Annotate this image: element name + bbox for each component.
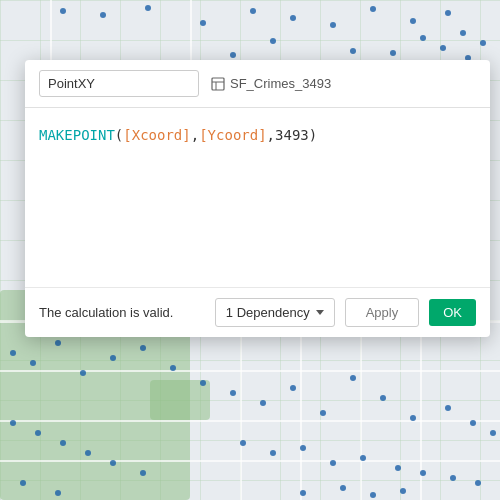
map-dot [55, 490, 61, 496]
apply-button[interactable]: Apply [345, 298, 420, 327]
map-dot [395, 465, 401, 471]
map-dot [230, 52, 236, 58]
map-dot [400, 488, 406, 494]
dialog-header: SF_Crimes_3493 [25, 60, 490, 108]
map-dot [60, 440, 66, 446]
map-dot [390, 50, 396, 56]
map-dot [460, 30, 466, 36]
map-dot [330, 22, 336, 28]
map-dot [330, 460, 336, 466]
map-dot [30, 360, 36, 366]
map-dot [200, 380, 206, 386]
map-dot [440, 45, 446, 51]
map-dot [370, 6, 376, 12]
map-dot [270, 450, 276, 456]
map-dot [450, 475, 456, 481]
map-dot [260, 400, 266, 406]
map-dot [410, 415, 416, 421]
map-dot [420, 470, 426, 476]
map-dot [380, 395, 386, 401]
map-dot [80, 370, 86, 376]
map-dot [20, 480, 26, 486]
map-dot [490, 430, 496, 436]
map-dot [445, 10, 451, 16]
map-dot [340, 485, 346, 491]
map-dot [470, 420, 476, 426]
map-dot [170, 365, 176, 371]
calculation-dialog: SF_Crimes_3493 MAKEPOINT([Xcoord],[Ycoor… [25, 60, 490, 337]
ok-button[interactable]: OK [429, 299, 476, 326]
map-dot [480, 40, 486, 46]
map-dot [240, 440, 246, 446]
map-dot [145, 5, 151, 11]
formula-paren-close: ) [309, 127, 317, 143]
dependency-label: 1 Dependency [226, 305, 310, 320]
map-dot [110, 460, 116, 466]
map-dot [360, 455, 366, 461]
dependency-button[interactable]: 1 Dependency [215, 298, 335, 327]
formula-keyword-makepoint: MAKEPOINT [39, 127, 115, 143]
map-dot [370, 492, 376, 498]
map-dot [35, 430, 41, 436]
formula-editor[interactable]: MAKEPOINT([Xcoord],[Ycoord],3493) [25, 108, 490, 288]
map-dot [60, 8, 66, 14]
map-dot [140, 470, 146, 476]
dialog-footer: The calculation is valid. 1 Dependency A… [25, 288, 490, 337]
svg-rect-0 [212, 78, 224, 90]
map-dot [350, 48, 356, 54]
map-dot [290, 385, 296, 391]
map-dot [445, 405, 451, 411]
map-dot [55, 340, 61, 346]
validation-message: The calculation is valid. [39, 305, 205, 320]
map-dot [85, 450, 91, 456]
formula-srid: 3493 [275, 127, 309, 143]
formula-comma-2: , [267, 127, 275, 143]
chevron-down-icon [316, 310, 324, 315]
map-dot [300, 490, 306, 496]
map-dot [320, 410, 326, 416]
map-dot [300, 445, 306, 451]
map-dot [350, 375, 356, 381]
datasource-info: SF_Crimes_3493 [211, 76, 331, 91]
map-dot [10, 420, 16, 426]
map-dot [10, 350, 16, 356]
map-dot [140, 345, 146, 351]
map-dot [290, 15, 296, 21]
map-dot [250, 8, 256, 14]
map-dot [230, 390, 236, 396]
table-icon [211, 77, 225, 91]
map-dot [110, 355, 116, 361]
formula-ycoord: [Ycoord] [199, 127, 266, 143]
formula-comma-1: , [191, 127, 199, 143]
map-dot [420, 35, 426, 41]
formula-xcoord: [Xcoord] [123, 127, 190, 143]
map-dot [475, 480, 481, 486]
map-dot [100, 12, 106, 18]
datasource-name: SF_Crimes_3493 [230, 76, 331, 91]
map-dot [410, 18, 416, 24]
map-dot [200, 20, 206, 26]
map-dot [270, 38, 276, 44]
field-name-input[interactable] [39, 70, 199, 97]
